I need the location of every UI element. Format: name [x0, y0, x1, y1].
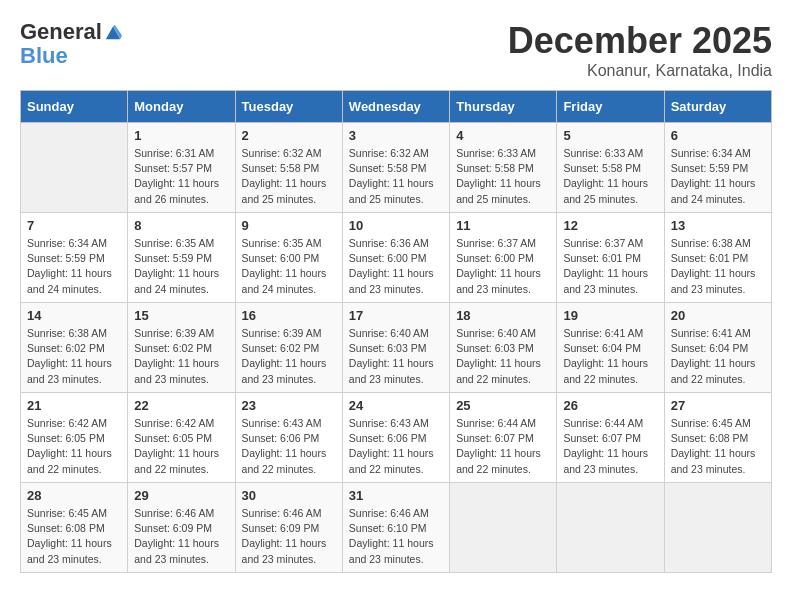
day-number: 24 — [349, 398, 443, 413]
calendar-cell — [450, 483, 557, 573]
day-info: Sunrise: 6:39 AM Sunset: 6:02 PM Dayligh… — [134, 326, 228, 387]
day-info: Sunrise: 6:46 AM Sunset: 6:10 PM Dayligh… — [349, 506, 443, 567]
day-info: Sunrise: 6:46 AM Sunset: 6:09 PM Dayligh… — [242, 506, 336, 567]
day-number: 30 — [242, 488, 336, 503]
calendar-cell — [21, 123, 128, 213]
day-info: Sunrise: 6:34 AM Sunset: 5:59 PM Dayligh… — [27, 236, 121, 297]
day-number: 2 — [242, 128, 336, 143]
logo-text-line2: Blue — [20, 43, 68, 68]
day-info: Sunrise: 6:43 AM Sunset: 6:06 PM Dayligh… — [349, 416, 443, 477]
day-number: 27 — [671, 398, 765, 413]
day-number: 11 — [456, 218, 550, 233]
day-info: Sunrise: 6:44 AM Sunset: 6:07 PM Dayligh… — [456, 416, 550, 477]
day-info: Sunrise: 6:33 AM Sunset: 5:58 PM Dayligh… — [563, 146, 657, 207]
calendar-cell: 25Sunrise: 6:44 AM Sunset: 6:07 PM Dayli… — [450, 393, 557, 483]
day-info: Sunrise: 6:40 AM Sunset: 6:03 PM Dayligh… — [456, 326, 550, 387]
day-number: 8 — [134, 218, 228, 233]
day-info: Sunrise: 6:41 AM Sunset: 6:04 PM Dayligh… — [671, 326, 765, 387]
day-number: 7 — [27, 218, 121, 233]
day-info: Sunrise: 6:32 AM Sunset: 5:58 PM Dayligh… — [242, 146, 336, 207]
location: Konanur, Karnataka, India — [508, 62, 772, 80]
day-number: 5 — [563, 128, 657, 143]
day-info: Sunrise: 6:43 AM Sunset: 6:06 PM Dayligh… — [242, 416, 336, 477]
day-number: 31 — [349, 488, 443, 503]
calendar-cell: 16Sunrise: 6:39 AM Sunset: 6:02 PM Dayli… — [235, 303, 342, 393]
month-title: December 2025 — [508, 20, 772, 62]
calendar-cell: 21Sunrise: 6:42 AM Sunset: 6:05 PM Dayli… — [21, 393, 128, 483]
day-number: 6 — [671, 128, 765, 143]
day-info: Sunrise: 6:35 AM Sunset: 6:00 PM Dayligh… — [242, 236, 336, 297]
calendar-cell: 17Sunrise: 6:40 AM Sunset: 6:03 PM Dayli… — [342, 303, 449, 393]
logo-icon — [104, 23, 122, 41]
day-info: Sunrise: 6:31 AM Sunset: 5:57 PM Dayligh… — [134, 146, 228, 207]
calendar-cell: 11Sunrise: 6:37 AM Sunset: 6:00 PM Dayli… — [450, 213, 557, 303]
title-block: December 2025 Konanur, Karnataka, India — [508, 20, 772, 80]
calendar-cell: 7Sunrise: 6:34 AM Sunset: 5:59 PM Daylig… — [21, 213, 128, 303]
calendar-cell — [557, 483, 664, 573]
calendar-cell: 18Sunrise: 6:40 AM Sunset: 6:03 PM Dayli… — [450, 303, 557, 393]
day-number: 14 — [27, 308, 121, 323]
calendar-week-row: 1Sunrise: 6:31 AM Sunset: 5:57 PM Daylig… — [21, 123, 772, 213]
calendar-table: SundayMondayTuesdayWednesdayThursdayFrid… — [20, 90, 772, 573]
day-number: 20 — [671, 308, 765, 323]
day-number: 9 — [242, 218, 336, 233]
day-info: Sunrise: 6:36 AM Sunset: 6:00 PM Dayligh… — [349, 236, 443, 297]
calendar-cell: 30Sunrise: 6:46 AM Sunset: 6:09 PM Dayli… — [235, 483, 342, 573]
calendar-cell: 23Sunrise: 6:43 AM Sunset: 6:06 PM Dayli… — [235, 393, 342, 483]
logo-text-line1: General — [20, 20, 102, 44]
day-number: 22 — [134, 398, 228, 413]
calendar-cell: 15Sunrise: 6:39 AM Sunset: 6:02 PM Dayli… — [128, 303, 235, 393]
day-number: 21 — [27, 398, 121, 413]
calendar-cell: 10Sunrise: 6:36 AM Sunset: 6:00 PM Dayli… — [342, 213, 449, 303]
logo: General Blue — [20, 20, 122, 68]
day-number: 26 — [563, 398, 657, 413]
header-cell-friday: Friday — [557, 91, 664, 123]
header-cell-monday: Monday — [128, 91, 235, 123]
day-number: 16 — [242, 308, 336, 323]
calendar-week-row: 7Sunrise: 6:34 AM Sunset: 5:59 PM Daylig… — [21, 213, 772, 303]
calendar-cell: 31Sunrise: 6:46 AM Sunset: 6:10 PM Dayli… — [342, 483, 449, 573]
calendar-cell — [664, 483, 771, 573]
calendar-week-row: 28Sunrise: 6:45 AM Sunset: 6:08 PM Dayli… — [21, 483, 772, 573]
calendar-cell: 6Sunrise: 6:34 AM Sunset: 5:59 PM Daylig… — [664, 123, 771, 213]
calendar-cell: 3Sunrise: 6:32 AM Sunset: 5:58 PM Daylig… — [342, 123, 449, 213]
day-info: Sunrise: 6:44 AM Sunset: 6:07 PM Dayligh… — [563, 416, 657, 477]
day-number: 29 — [134, 488, 228, 503]
day-number: 25 — [456, 398, 550, 413]
calendar-cell: 28Sunrise: 6:45 AM Sunset: 6:08 PM Dayli… — [21, 483, 128, 573]
calendar-header-row: SundayMondayTuesdayWednesdayThursdayFrid… — [21, 91, 772, 123]
day-info: Sunrise: 6:40 AM Sunset: 6:03 PM Dayligh… — [349, 326, 443, 387]
day-info: Sunrise: 6:32 AM Sunset: 5:58 PM Dayligh… — [349, 146, 443, 207]
calendar-cell: 9Sunrise: 6:35 AM Sunset: 6:00 PM Daylig… — [235, 213, 342, 303]
calendar-cell: 19Sunrise: 6:41 AM Sunset: 6:04 PM Dayli… — [557, 303, 664, 393]
day-info: Sunrise: 6:45 AM Sunset: 6:08 PM Dayligh… — [671, 416, 765, 477]
calendar-cell: 13Sunrise: 6:38 AM Sunset: 6:01 PM Dayli… — [664, 213, 771, 303]
calendar-cell: 22Sunrise: 6:42 AM Sunset: 6:05 PM Dayli… — [128, 393, 235, 483]
page-header: General Blue December 2025 Konanur, Karn… — [20, 20, 772, 80]
calendar-cell: 1Sunrise: 6:31 AM Sunset: 5:57 PM Daylig… — [128, 123, 235, 213]
day-info: Sunrise: 6:37 AM Sunset: 6:00 PM Dayligh… — [456, 236, 550, 297]
calendar-cell: 12Sunrise: 6:37 AM Sunset: 6:01 PM Dayli… — [557, 213, 664, 303]
calendar-week-row: 14Sunrise: 6:38 AM Sunset: 6:02 PM Dayli… — [21, 303, 772, 393]
day-info: Sunrise: 6:33 AM Sunset: 5:58 PM Dayligh… — [456, 146, 550, 207]
day-number: 4 — [456, 128, 550, 143]
calendar-cell: 5Sunrise: 6:33 AM Sunset: 5:58 PM Daylig… — [557, 123, 664, 213]
day-number: 23 — [242, 398, 336, 413]
day-info: Sunrise: 6:42 AM Sunset: 6:05 PM Dayligh… — [134, 416, 228, 477]
day-info: Sunrise: 6:37 AM Sunset: 6:01 PM Dayligh… — [563, 236, 657, 297]
calendar-week-row: 21Sunrise: 6:42 AM Sunset: 6:05 PM Dayli… — [21, 393, 772, 483]
day-info: Sunrise: 6:42 AM Sunset: 6:05 PM Dayligh… — [27, 416, 121, 477]
header-cell-saturday: Saturday — [664, 91, 771, 123]
day-number: 13 — [671, 218, 765, 233]
day-number: 15 — [134, 308, 228, 323]
day-info: Sunrise: 6:46 AM Sunset: 6:09 PM Dayligh… — [134, 506, 228, 567]
day-number: 18 — [456, 308, 550, 323]
day-info: Sunrise: 6:45 AM Sunset: 6:08 PM Dayligh… — [27, 506, 121, 567]
day-number: 12 — [563, 218, 657, 233]
calendar-body: 1Sunrise: 6:31 AM Sunset: 5:57 PM Daylig… — [21, 123, 772, 573]
calendar-cell: 14Sunrise: 6:38 AM Sunset: 6:02 PM Dayli… — [21, 303, 128, 393]
calendar-cell: 2Sunrise: 6:32 AM Sunset: 5:58 PM Daylig… — [235, 123, 342, 213]
header-cell-wednesday: Wednesday — [342, 91, 449, 123]
header-cell-sunday: Sunday — [21, 91, 128, 123]
day-number: 1 — [134, 128, 228, 143]
